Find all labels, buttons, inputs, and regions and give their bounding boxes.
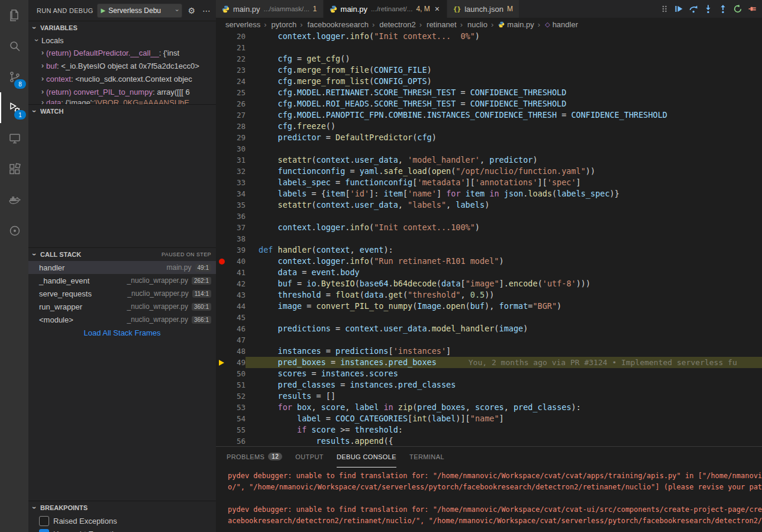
gutter-margin[interactable] bbox=[216, 42, 228, 53]
variable-row[interactable]: ›(return) convert_PIL_to_numpy: array([[… bbox=[28, 85, 216, 98]
callstack-frame[interactable]: _handle_event_nuclio_wrapper.py262:1 bbox=[28, 274, 216, 287]
gutter-margin[interactable] bbox=[216, 109, 228, 121]
gutter-margin[interactable] bbox=[216, 31, 228, 42]
gutter-margin[interactable] bbox=[216, 222, 228, 233]
tab-debug-console[interactable]: DEBUG CONSOLE bbox=[337, 447, 396, 467]
line-number[interactable]: 46 bbox=[228, 323, 246, 334]
code-line[interactable]: 46 predictions = context.user_data.model… bbox=[216, 323, 762, 334]
callstack-frame[interactable]: run_wrapper_nuclio_wrapper.py360:1 bbox=[28, 300, 216, 313]
toolbar-grip-icon[interactable] bbox=[660, 4, 669, 14]
gutter-margin[interactable] bbox=[216, 301, 228, 312]
line-number[interactable]: 41 bbox=[228, 267, 246, 278]
start-debug-icon[interactable]: ▶ bbox=[101, 7, 106, 14]
variable-row[interactable]: ›buf: <_io.BytesIO object at 0x7f5a2dc1e… bbox=[28, 59, 216, 72]
code-line[interactable]: 48 instances = predictions['instances'] bbox=[216, 346, 762, 357]
close-icon[interactable]: × bbox=[434, 4, 441, 14]
gutter-margin[interactable] bbox=[216, 289, 228, 301]
line-number[interactable]: 31 bbox=[228, 154, 246, 166]
line-number[interactable]: 54 bbox=[228, 413, 246, 424]
gutter-margin[interactable] bbox=[216, 357, 228, 368]
code-line[interactable]: 51 pred_classes = instances.pred_classes bbox=[216, 379, 762, 391]
step-over-icon[interactable] bbox=[689, 4, 698, 14]
breadcrumb-item[interactable]: facebookresearch bbox=[299, 20, 370, 29]
code-line[interactable]: 34 labels = {item['id']: item['name'] fo… bbox=[216, 188, 762, 199]
step-into-icon[interactable] bbox=[703, 4, 713, 14]
line-number[interactable]: 28 bbox=[228, 121, 246, 132]
tab-main-py-retinanet[interactable]: main.py .../retinanet/... 4, M × bbox=[324, 0, 447, 18]
line-number[interactable]: 23 bbox=[228, 65, 246, 76]
line-number[interactable]: 55 bbox=[228, 424, 246, 436]
code-line[interactable]: 35 setattr(context.user_data, "labels", … bbox=[216, 199, 762, 211]
gutter-margin[interactable] bbox=[216, 413, 228, 424]
chevron-right-icon[interactable]: › bbox=[39, 49, 46, 57]
code-line[interactable]: 45 bbox=[216, 312, 762, 323]
chevron-right-icon[interactable]: › bbox=[39, 62, 46, 70]
code-line[interactable]: 28 cfg.freeze() bbox=[216, 121, 762, 132]
search-icon[interactable] bbox=[0, 31, 28, 62]
gear-icon[interactable]: ⚙ bbox=[186, 6, 197, 15]
code-line[interactable]: 43 threshold = float(data.get("threshold… bbox=[216, 289, 762, 301]
callstack-frame[interactable]: <module>_nuclio_wrapper.py366:1 bbox=[28, 313, 216, 326]
disconnect-icon[interactable] bbox=[748, 4, 757, 14]
chevron-right-icon[interactable]: › bbox=[39, 88, 46, 96]
line-number[interactable]: 43 bbox=[228, 289, 246, 301]
line-number[interactable]: 27 bbox=[228, 109, 246, 121]
gutter-margin[interactable] bbox=[216, 256, 228, 267]
code-line[interactable]: 33 labels_spec = functionconfig['metadat… bbox=[216, 177, 762, 188]
gutter-margin[interactable] bbox=[216, 312, 228, 323]
variable-row[interactable]: ›(return) DefaultPredictor.__call__: {'i… bbox=[28, 46, 216, 59]
line-number[interactable]: 35 bbox=[228, 199, 246, 211]
line-number[interactable]: 48 bbox=[228, 346, 246, 357]
load-all-stack-frames-link[interactable]: Load All Stack Frames bbox=[28, 326, 216, 340]
tab-launch-json[interactable]: {} launch.json M bbox=[447, 0, 519, 18]
line-number[interactable]: 25 bbox=[228, 87, 246, 98]
code-line[interactable]: 23 cfg.merge_from_file(CONFIG_FILE) bbox=[216, 65, 762, 76]
debug-console-output[interactable]: pydev debugger: unable to find translati… bbox=[216, 467, 762, 532]
line-number[interactable]: 42 bbox=[228, 278, 246, 289]
tab-main-py-siammask[interactable]: main.py .../siammask/... 1 bbox=[216, 0, 324, 18]
breakpoints-section-header[interactable]: › BREAKPOINTS bbox=[28, 501, 216, 514]
code-line[interactable]: 54 label = COCO_CATEGORIES[int(label)]["… bbox=[216, 413, 762, 424]
extensions-icon[interactable] bbox=[0, 154, 28, 185]
line-number[interactable]: 38 bbox=[228, 233, 246, 244]
code-line[interactable]: 31 setattr(context.user_data, 'model_han… bbox=[216, 154, 762, 166]
code-line[interactable]: 37 context.logger.info("Init context...1… bbox=[216, 222, 762, 233]
breakpoint-uncaught-exceptions[interactable]: ✓ Uncaught Exceptions bbox=[28, 527, 216, 532]
gutter-margin[interactable] bbox=[216, 166, 228, 177]
line-number[interactable]: 39 bbox=[228, 244, 246, 256]
code-line[interactable]: 20 context.logger.info("Init context... … bbox=[216, 31, 762, 42]
watch-section-header[interactable]: › WATCH bbox=[28, 104, 216, 118]
code-line[interactable]: 42 buf = io.BytesIO(base64.b64decode(dat… bbox=[216, 278, 762, 289]
line-number[interactable]: 21 bbox=[228, 42, 246, 53]
gutter-margin[interactable] bbox=[216, 143, 228, 154]
gutter-margin[interactable] bbox=[216, 76, 228, 87]
continue-icon[interactable] bbox=[674, 4, 683, 14]
gutter-margin[interactable] bbox=[216, 278, 228, 289]
code-line[interactable]: 41 data = event.body bbox=[216, 267, 762, 278]
code-line[interactable]: 38 bbox=[216, 233, 762, 244]
gutter-margin[interactable] bbox=[216, 368, 228, 379]
variable-row[interactable]: ›context: <nuclio_sdk.context.Context ob… bbox=[28, 72, 216, 85]
step-out-icon[interactable] bbox=[718, 4, 728, 14]
gutter-margin[interactable] bbox=[216, 199, 228, 211]
checkbox-checked[interactable]: ✓ bbox=[39, 529, 49, 532]
source-control-icon[interactable]: 8 bbox=[0, 62, 28, 92]
code-line[interactable]: 52 results = [] bbox=[216, 391, 762, 402]
run-and-debug-icon[interactable]: 1 bbox=[0, 92, 28, 123]
code-line[interactable]: 29 predictor = DefaultPredictor(cfg) bbox=[216, 132, 762, 143]
remote-explorer-icon[interactable] bbox=[0, 123, 28, 154]
callstack-frame[interactable]: serve_requests_nuclio_wrapper.py114:1 bbox=[28, 287, 216, 300]
line-number[interactable]: 30 bbox=[228, 143, 246, 154]
breadcrumb-item[interactable]: retinanet bbox=[418, 20, 458, 29]
gutter-margin[interactable] bbox=[216, 154, 228, 166]
line-number[interactable]: 47 bbox=[228, 334, 246, 346]
code-line[interactable]: 27 cfg.MODEL.PANOPTIC_FPN.COMBINE.INSTAN… bbox=[216, 109, 762, 121]
breadcrumb-item-symbol[interactable]: ◇ handler bbox=[537, 20, 579, 29]
variable-row[interactable]: ›data: {'image': 'iVBOR_0KG=AAAANSUhE bbox=[28, 98, 216, 104]
code-line[interactable]: 50 scores = instances.scores bbox=[216, 368, 762, 379]
gutter-margin[interactable] bbox=[216, 379, 228, 391]
line-number[interactable]: 22 bbox=[228, 53, 246, 65]
variables-section-header[interactable]: › VARIABLES bbox=[28, 21, 216, 34]
line-number[interactable]: 20 bbox=[228, 31, 246, 42]
code-line[interactable]: 56 results.append({ bbox=[216, 436, 762, 446]
